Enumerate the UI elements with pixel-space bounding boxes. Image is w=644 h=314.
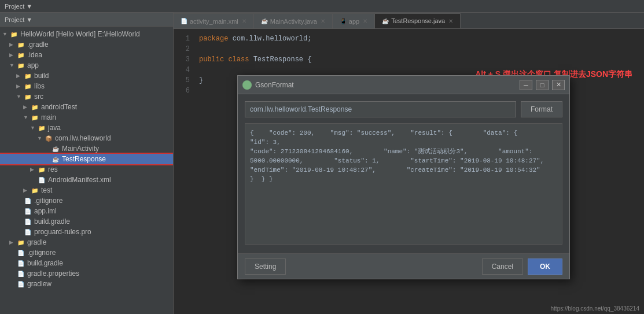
ide-container: Project ▼ Project ▼ ▼ 📁 HelloWorld [Hell… [0, 0, 644, 314]
arrow-res: ▶ [30, 167, 36, 172]
tab-close-xml[interactable]: ✕ [242, 18, 246, 24]
dialog-android-icon [242, 80, 252, 90]
tab-app[interactable]: 📱 app ✕ [333, 13, 375, 28]
tree-item-res[interactable]: ▶ 📁 res [0, 164, 173, 175]
tree-item-gradleprops[interactable]: ▶ 📄 gradle.properties [0, 268, 173, 279]
label-buildgradle-root: build.gradle [27, 259, 63, 267]
iml-icon: 📄 [23, 206, 32, 216]
properties-icon: 📄 [16, 269, 25, 278]
line-numbers: 1 2 3 4 5 6 [174, 34, 194, 309]
watermark: https://blog.csdn.net/qq_38436214 [551, 305, 639, 312]
gson-format-dialog: GsonFormat ─ □ ✕ Format { "code": 200, "… [237, 75, 570, 279]
sidebar-header: Project ▼ [0, 13, 173, 27]
dialog-controls: ─ □ ✕ [520, 80, 565, 90]
arrow-buildgradle-root: ▶ [9, 260, 15, 266]
tree-item-appiml[interactable]: ▶ 📄 app.iml [0, 206, 173, 216]
arrow-java: ▼ [30, 125, 36, 131]
class-input-row: Format [245, 101, 562, 117]
tree-item-idea[interactable]: ▶ 📁 .idea [0, 50, 173, 60]
label-gradle-root: gradle [27, 238, 46, 246]
label-libs: libs [34, 82, 45, 90]
folder-icon-res: 📁 [37, 165, 46, 174]
arrow-project: ▼ [2, 31, 8, 37]
tab-testresponse-java[interactable]: ☕ TestResponse.java ✕ [375, 13, 461, 28]
tree-item-package[interactable]: ▼ 📦 com.llw.helloworld [0, 133, 173, 143]
tree-item-androidmanifest[interactable]: ▶ 📄 AndroidManifest.xml [0, 175, 173, 185]
tree-item-java[interactable]: ▼ 📁 java [0, 123, 173, 133]
gradle-icon-app: 📄 [23, 217, 32, 226]
ok-button[interactable]: OK [528, 258, 562, 275]
java-icon-mainactivity: ☕ [51, 144, 60, 153]
tree-item-project[interactable]: ▼ 📁 HelloWorld [Hello World] E:\HelloWor… [0, 29, 173, 39]
tree-item-testresponse[interactable]: ▶ ☕ TestResponse [0, 154, 173, 164]
folder-icon-project: 📁 [9, 29, 19, 39]
folder-icon-app: 📁 [16, 61, 25, 70]
folder-icon-idea: 📁 [16, 50, 25, 60]
arrow-gradleprops: ▶ [9, 271, 15, 276]
arrow-libs: ▶ [16, 83, 22, 89]
tree-item-build[interactable]: ▶ 📁 build [0, 71, 173, 81]
tree-item-gradle-root[interactable]: ▶ 📁 gradle [0, 237, 173, 247]
tab-label-xml: activity_main.xml [190, 18, 238, 25]
tab-icon-test-java: ☕ [382, 18, 389, 24]
tree-item-gradlew[interactable]: ▶ 📄 gradlew [0, 279, 173, 289]
tree-item-gradle[interactable]: ▶ 📁 .gradle [0, 39, 173, 50]
dialog-maximize-button[interactable]: □ [536, 80, 549, 90]
arrow-gitignore-app: ▶ [16, 198, 22, 204]
project-dropdown[interactable]: Project ▼ [5, 3, 32, 10]
tree-item-test[interactable]: ▶ 📁 test [0, 185, 173, 195]
tab-mainactivity-java[interactable]: ☕ MainActivity.java ✕ [254, 13, 333, 28]
format-button[interactable]: Format [521, 101, 562, 117]
label-androidtest: androidTest [41, 103, 77, 111]
arrow-idea: ▶ [9, 52, 15, 58]
label-idea: .idea [27, 51, 42, 59]
tree-item-libs[interactable]: ▶ 📁 libs [0, 81, 173, 91]
arrow-buildgradle-app: ▶ [16, 219, 22, 224]
dialog-footer: Setting Cancel OK [238, 253, 569, 279]
label-appiml: app.iml [34, 207, 57, 215]
cancel-button[interactable]: Cancel [482, 258, 523, 275]
arrow-androidtest: ▶ [23, 104, 29, 110]
sidebar: Project ▼ ▼ 📁 HelloWorld [Hello World] E… [0, 13, 174, 314]
tree-item-buildgradle-app[interactable]: ▶ 📄 build.gradle [0, 216, 173, 227]
arrow-proguard: ▶ [16, 229, 22, 235]
folder-icon-java: 📁 [37, 123, 46, 132]
tab-activity-main-xml[interactable]: 📄 activity_main.xml ✕ [174, 13, 254, 28]
dialog-titlebar[interactable]: GsonFormat ─ □ ✕ [238, 76, 569, 94]
json-textarea[interactable]: { "code": 200, "msg": "success", "result… [245, 123, 562, 245]
tree-item-buildgradle-root[interactable]: ▶ 📄 build.gradle [0, 258, 173, 268]
tree-item-androidtest[interactable]: ▶ 📁 androidTest [0, 102, 173, 112]
arrow-src: ▼ [16, 94, 22, 99]
class-name-input[interactable] [245, 101, 516, 117]
label-app: app [27, 61, 39, 69]
dialog-close-button[interactable]: ✕ [552, 80, 565, 90]
tab-close-main-java[interactable]: ✕ [321, 18, 325, 24]
setting-button[interactable]: Setting [245, 258, 286, 275]
label-java: java [48, 124, 61, 132]
dialog-minimize-button[interactable]: ─ [520, 80, 532, 90]
tab-close-app[interactable]: ✕ [363, 18, 367, 24]
label-main: main [41, 113, 56, 121]
tree-item-gitignore-root[interactable]: ▶ 📄 .gitignore [0, 247, 173, 258]
tree-item-main[interactable]: ▼ 📁 main [0, 112, 173, 123]
folder-icon-libs: 📁 [23, 82, 32, 91]
label-src: src [34, 93, 43, 101]
tree-item-gitignore-app[interactable]: ▶ 📄 .gitignore [0, 195, 173, 206]
tree-item-proguard[interactable]: ▶ 📄 proguard-rules.pro [0, 227, 173, 237]
label-androidmanifest: AndroidManifest.xml [48, 176, 111, 184]
folder-icon-test: 📁 [30, 186, 39, 195]
arrow-androidmanifest: ▶ [30, 177, 36, 183]
footer-right-buttons: Cancel OK [482, 258, 562, 275]
arrow-main: ▼ [23, 114, 29, 120]
tab-close-test-java[interactable]: ✕ [448, 18, 453, 24]
label-gitignore-root: .gitignore [27, 249, 56, 257]
tree-item-mainactivity[interactable]: ▶ ☕ MainActivity [0, 143, 173, 154]
tree-item-src[interactable]: ▼ 📁 src [0, 91, 173, 102]
tab-label-main-java: MainActivity.java [270, 18, 317, 25]
arrow-mainactivity: ▶ [44, 146, 50, 152]
label-res: res [48, 165, 58, 173]
tree-area[interactable]: ▼ 📁 HelloWorld [Hello World] E:\HelloWor… [0, 27, 173, 314]
tab-label-app: app [349, 18, 359, 25]
tab-icon-app: 📱 [340, 18, 347, 24]
tree-item-app[interactable]: ▼ 📁 app [0, 60, 173, 71]
